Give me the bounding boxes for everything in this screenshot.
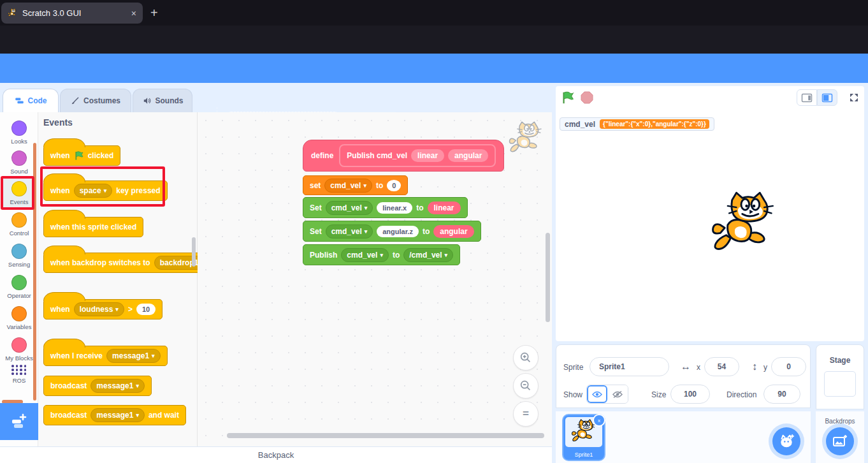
sidebar-item-looks[interactable]: Looks	[0, 121, 38, 145]
annotation-box-events-category	[1, 176, 34, 210]
block-set-angular-z[interactable]: Set cmd_vel angular.z to angular	[303, 221, 481, 242]
zoom-out-button[interactable]	[513, 373, 539, 399]
code-scrollbar-horizontal[interactable]	[227, 433, 544, 438]
x-input[interactable]	[704, 357, 739, 376]
x-position-icon: ↔	[681, 361, 691, 372]
backpack-bar[interactable]: Backpack	[0, 446, 552, 463]
cmdvel-dropdown[interactable]: cmd_vel	[326, 224, 373, 239]
variables-circle-icon	[11, 306, 27, 321]
tab-code[interactable]: Code	[3, 89, 59, 112]
y-label: y	[763, 363, 767, 372]
show-label: Show	[563, 390, 582, 399]
eye-slash-icon	[612, 390, 623, 399]
add-sprite-button[interactable]	[772, 427, 800, 455]
cmdvel-dropdown[interactable]: cmd_vel	[326, 201, 373, 215]
green-flag-icon	[74, 151, 84, 161]
block-set-linear-x[interactable]: Set cmd_vel linear.x to linear	[303, 197, 468, 218]
tab-close-icon[interactable]: ×	[131, 8, 136, 18]
new-tab-button[interactable]: +	[150, 5, 158, 20]
size-label: Size	[651, 390, 666, 399]
block-set-variable[interactable]: set cmd_vel to 0	[303, 175, 408, 195]
sidebar-item-control[interactable]: Control	[0, 212, 38, 237]
control-circle-icon	[11, 212, 27, 228]
block-when-sprite-clicked[interactable]: when this sprite clicked	[43, 217, 143, 237]
add-backdrop-icon	[832, 434, 848, 449]
block-broadcast-and-wait[interactable]: broadcast message1 and wait	[43, 405, 186, 425]
sprite-card-name: Sprite1	[563, 452, 604, 458]
broadcast-message-dropdown[interactable]: message1	[90, 379, 145, 393]
sidebar-item-operator[interactable]: Operator	[0, 275, 38, 299]
set-value-input[interactable]: 0	[387, 180, 401, 191]
sidebar-item-sensing[interactable]: Sensing	[0, 244, 38, 268]
backdrop-thumbnail[interactable]	[824, 371, 856, 397]
zoom-reset-button[interactable]: =	[513, 401, 539, 427]
sidebar-item-myblocks[interactable]: My Blocks	[0, 337, 38, 362]
show-hidden-button[interactable]	[607, 385, 628, 403]
add-extension-button[interactable]	[0, 403, 38, 440]
sensing-circle-icon	[11, 244, 27, 259]
show-visible-button[interactable]	[587, 385, 607, 403]
tab-sounds[interactable]: Sounds	[133, 89, 192, 112]
block-publish-cmdvel[interactable]: Publish cmd_vel to /cmd_vel	[303, 244, 460, 265]
sprite-card-sprite1[interactable]: Sprite1 x	[563, 415, 604, 460]
zoom-in-button[interactable]	[513, 345, 539, 371]
field-linear-x[interactable]: linear.x	[377, 202, 412, 214]
palette-header: Events	[43, 117, 73, 128]
tab-costumes[interactable]: Costumes	[60, 89, 131, 112]
y-position-icon: ↕	[752, 361, 757, 372]
fullscreen-arrows-icon	[848, 92, 860, 103]
costumes-brush-icon	[71, 96, 80, 105]
operator-circle-icon	[11, 275, 27, 290]
add-sprite-halo	[769, 423, 804, 459]
message-dropdown[interactable]: message1	[106, 349, 161, 363]
eye-icon	[592, 390, 602, 399]
loudness-dropdown[interactable]: loudness	[74, 302, 124, 316]
fullscreen-button[interactable]	[844, 89, 864, 106]
define-prototype: Publish cmd_vel linear angular	[339, 144, 496, 167]
delete-sprite-badge[interactable]: x	[593, 414, 605, 427]
arg-linear[interactable]: linear	[428, 202, 461, 214]
green-flag-button[interactable]	[561, 91, 575, 105]
block-when-loudness[interactable]: when loudness > 10	[43, 299, 163, 320]
variable-monitor-cmdvel[interactable]: cmd_vel {"linear":{"x":0},"angular":{"z"…	[560, 117, 714, 131]
ros-dots-icon	[11, 365, 27, 375]
loudness-value-input[interactable]: 10	[136, 304, 156, 315]
add-backdrop-button[interactable]	[826, 427, 854, 455]
cmdvel-dropdown[interactable]: cmd_vel	[341, 248, 389, 262]
add-extension-icon	[10, 413, 28, 430]
sidebar-item-ros[interactable]: ROS	[0, 365, 38, 384]
stage-sprite-cat[interactable]	[709, 191, 779, 261]
define-arg-linear: linear	[411, 149, 444, 162]
block-when-flag-clicked[interactable]: when clicked	[43, 145, 120, 166]
topic-dropdown[interactable]: /cmd_vel	[403, 248, 453, 262]
y-input[interactable]	[771, 357, 806, 376]
block-when-i-receive[interactable]: when I receive message1	[43, 346, 168, 366]
tab-title: Scratch 3.0 GUI	[22, 8, 81, 18]
sounds-speaker-icon	[142, 96, 152, 105]
code-scrollbar-vertical[interactable]	[546, 233, 550, 322]
broadcast-wait-message-dropdown[interactable]: message1	[90, 408, 145, 422]
add-sprite-cat-icon	[778, 433, 795, 450]
small-stage-button[interactable]	[797, 89, 817, 106]
sidebar-item-sound[interactable]: Sound	[0, 151, 38, 175]
direction-input[interactable]	[763, 385, 800, 404]
block-define-publish-cmdvel[interactable]: define Publish cmd_vel linear angular	[303, 140, 504, 172]
stage-selector-title: Stage	[816, 356, 864, 365]
variable-dropdown[interactable]: cmd_vel	[324, 179, 372, 193]
code-blocks-icon	[15, 97, 24, 105]
myblocks-circle-icon	[11, 337, 27, 353]
monitor-label: cmd_vel	[565, 120, 595, 129]
stop-button[interactable]	[581, 91, 593, 104]
palette-scrollbar[interactable]	[192, 237, 196, 267]
arg-angular[interactable]: angular	[433, 225, 474, 238]
size-input[interactable]	[670, 385, 710, 404]
define-arg-angular: angular	[448, 149, 488, 162]
block-when-backdrop-switches[interactable]: when backdrop switches to backdrop1	[43, 253, 217, 273]
browser-tab[interactable]: Scratch 3.0 GUI ×	[1, 3, 143, 24]
block-broadcast[interactable]: broadcast message1	[43, 376, 152, 396]
browser-toolbar: ← → scratch3-ros.jsk.imi.i.u-tokyo.ac.jp	[0, 26, 868, 54]
large-stage-button[interactable]	[817, 89, 837, 106]
field-angular-z[interactable]: angular.z	[377, 226, 419, 237]
sidebar-item-variables[interactable]: Variables	[0, 306, 38, 330]
sprite-name-input[interactable]	[590, 357, 669, 376]
